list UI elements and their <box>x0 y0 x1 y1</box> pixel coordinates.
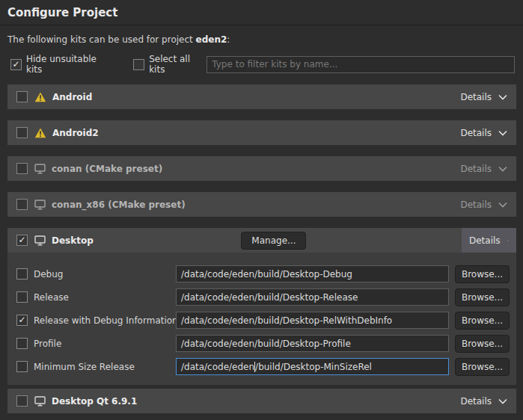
warning-icon <box>34 128 46 138</box>
build-dir-input[interactable] <box>176 288 449 306</box>
project-name: eden2 <box>196 34 227 45</box>
kit-header[interactable]: Android Details <box>7 84 516 109</box>
hide-unsuitable-kits-option[interactable]: Hide unsuitable kits <box>10 54 112 75</box>
kit-checkbox[interactable] <box>16 235 28 246</box>
config-checkbox[interactable] <box>16 291 28 303</box>
kit-label: conan (CMake preset) <box>52 164 162 174</box>
browse-button[interactable]: Browse... <box>455 358 510 376</box>
kit-filter-toolbar: Hide unsuitable kits Select all kits <box>10 54 515 75</box>
browse-button[interactable]: Browse... <box>455 265 510 283</box>
config-label: Profile <box>34 339 61 349</box>
details-label: Details <box>460 164 492 174</box>
build-dir-input-focused[interactable]: /data/code/eden/build/Desktop-MinSizeRel <box>176 358 449 375</box>
kit-label: Desktop Qt 6.9.1 <box>52 396 137 407</box>
details-label: Details <box>460 92 492 102</box>
details-toggle[interactable]: Details <box>451 156 516 181</box>
path-text-after-caret: /build/Desktop-MinSizeRel <box>255 362 372 372</box>
details-label: Details <box>460 200 492 210</box>
build-dir-input[interactable] <box>176 312 449 329</box>
build-dir-input[interactable] <box>176 335 449 352</box>
intro-prefix: The following kits can be used for proje… <box>7 34 196 45</box>
details-label: Details <box>460 396 492 407</box>
browse-button[interactable]: Browse... <box>455 288 510 306</box>
kit-header[interactable]: conan (CMake preset) Details <box>7 156 516 181</box>
path-text-before-caret: /data/code/eden <box>181 362 254 372</box>
config-label: Minimum Size Release <box>34 362 135 372</box>
kit-checkbox[interactable] <box>16 163 28 174</box>
kit-label: Android2 <box>52 128 99 138</box>
kit-desktop: Desktop Manage... Details Debug Browse..… <box>7 228 516 385</box>
chevron-down-icon <box>498 398 507 404</box>
config-option[interactable]: Profile <box>16 338 176 349</box>
config-option[interactable]: Minimum Size Release <box>16 361 176 372</box>
hide-unsuitable-checkbox[interactable] <box>10 59 22 70</box>
intro-suffix: : <box>227 34 230 45</box>
kit-checkbox[interactable] <box>16 91 28 102</box>
details-label: Details <box>460 128 492 138</box>
kit-list: Android Details Android2 Details <box>7 84 516 413</box>
kit-header[interactable]: Desktop Qt 6.9.1 Details <box>7 389 516 413</box>
kit-checkbox[interactable] <box>16 127 28 138</box>
select-all-label: Select all kits <box>149 54 207 75</box>
build-config-row-profile: Profile Browse... <box>7 332 516 355</box>
chevron-up-icon <box>507 238 509 244</box>
build-config-row-minsizerel: Minimum Size Release /data/code/eden/bui… <box>7 355 516 378</box>
kit-checkbox[interactable] <box>16 199 28 210</box>
kit-android2: Android2 Details <box>7 120 516 145</box>
select-all-checkbox[interactable] <box>133 59 144 70</box>
details-toggle[interactable]: Details <box>451 192 516 217</box>
desktop-icon <box>34 396 46 407</box>
build-config-row-debug: Debug Browse... <box>7 262 516 285</box>
details-label: Details <box>469 235 501 246</box>
chevron-down-icon <box>498 202 507 208</box>
browse-button[interactable]: Browse... <box>455 335 510 353</box>
desktop-icon <box>34 200 46 210</box>
chevron-down-icon <box>498 94 507 100</box>
page-title: Configure Project <box>0 0 523 25</box>
select-all-kits-option[interactable]: Select all kits <box>133 54 207 75</box>
build-config-panel: Debug Browse... Release Browse... Releas… <box>7 253 516 385</box>
kit-header[interactable]: Android2 Details <box>7 120 516 145</box>
hide-unsuitable-label: Hide unsuitable kits <box>26 54 112 75</box>
kit-header[interactable]: conan_x86 (CMake preset) Details <box>7 192 516 217</box>
kit-label: Desktop <box>52 235 94 246</box>
kit-checkbox[interactable] <box>16 395 28 407</box>
build-dir-input[interactable] <box>176 265 449 282</box>
config-label: Debug <box>34 269 63 280</box>
config-checkbox[interactable] <box>16 338 28 349</box>
kit-conan: conan (CMake preset) Details <box>7 156 516 181</box>
build-config-row-relwithdebinfo: Release with Debug Information Browse... <box>7 309 516 332</box>
title-divider <box>0 25 523 25</box>
config-option[interactable]: Release with Debug Information <box>16 315 176 326</box>
details-toggle[interactable]: Details <box>451 120 516 145</box>
details-toggle[interactable]: Details <box>462 228 516 253</box>
desktop-icon <box>34 235 46 246</box>
details-toggle[interactable]: Details <box>451 389 516 413</box>
chevron-down-icon <box>498 130 507 136</box>
kit-filter-input[interactable] <box>207 56 515 73</box>
kit-label: Android <box>52 92 92 102</box>
config-option[interactable]: Debug <box>16 268 176 280</box>
kit-desktop-qt-691: Desktop Qt 6.9.1 Details <box>7 389 516 413</box>
details-toggle[interactable]: Details <box>451 84 516 109</box>
browse-button[interactable]: Browse... <box>455 312 510 330</box>
kit-label: conan_x86 (CMake preset) <box>52 200 186 210</box>
build-config-row-release: Release Browse... <box>7 285 516 309</box>
chevron-down-icon <box>498 166 507 172</box>
kit-conan-x86: conan_x86 (CMake preset) Details <box>7 192 516 217</box>
intro-text: The following kits can be used for proje… <box>7 34 516 45</box>
warning-icon <box>34 92 46 102</box>
kit-header[interactable]: Desktop Manage... Details <box>7 228 516 253</box>
config-checkbox[interactable] <box>16 315 28 326</box>
config-label: Release <box>34 292 69 303</box>
config-checkbox[interactable] <box>16 361 28 372</box>
config-checkbox[interactable] <box>16 268 28 280</box>
config-option[interactable]: Release <box>16 291 176 303</box>
kit-android: Android Details <box>7 84 516 109</box>
desktop-icon <box>34 164 46 174</box>
config-label: Release with Debug Information <box>34 315 178 326</box>
manage-kits-button[interactable]: Manage... <box>241 232 306 250</box>
